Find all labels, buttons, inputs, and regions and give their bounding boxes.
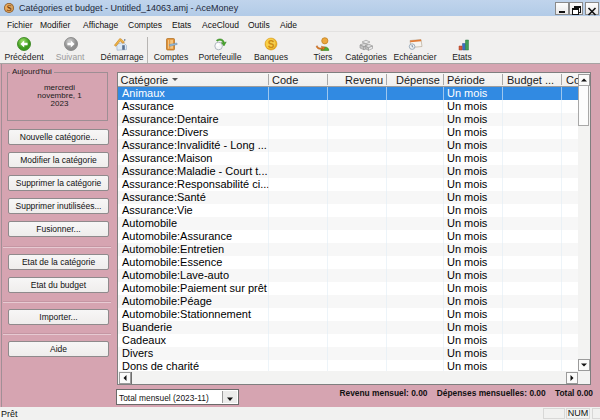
svg-text:S: S [268,39,275,50]
svg-text:S: S [7,3,12,13]
